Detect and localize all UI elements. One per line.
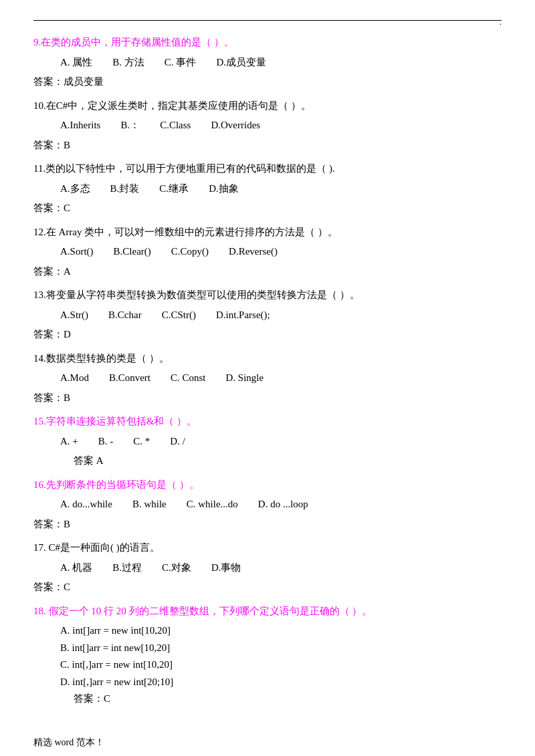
option-q9-3: D.成员变量: [216, 54, 266, 72]
answer-q13: 答案：D: [33, 326, 502, 344]
question-title-q15: 15.字符串连接运算符包括&和（ ）。: [33, 413, 502, 430]
option-q10-1: B.：: [120, 117, 140, 134]
option-q16-2: C. while...do: [187, 496, 238, 513]
question-title-q11: 11.类的以下特性中，可以用于方便地重用已有的代码和数据的是（ ).: [33, 160, 502, 178]
option-q13-2: C.CStr(): [162, 307, 196, 324]
answer-q15: 答案 A: [74, 453, 502, 470]
option-q11-1: B.封装: [110, 180, 140, 198]
option-q11-3: D.抽象: [209, 180, 239, 198]
dot-marker: .: [500, 15, 502, 29]
option-q12-3: D.Reverse(): [229, 243, 278, 261]
option-q16-1: B. while: [132, 496, 167, 513]
options-q14: A.ModB.ConvertC. ConstD. Single: [60, 370, 502, 387]
option-q14-2: C. Const: [171, 370, 206, 387]
question-q12: 12.在 Array 类中，可以对一维数组中的元素进行排序的方法是（ ）。A.S…: [33, 224, 502, 281]
options-q10: A.InheritsB.：C.ClassD.Overrides: [60, 117, 502, 134]
option-q11-0: A.多态: [60, 180, 90, 198]
options-q12: A.Sort()B.Clear()C.Copy()D.Reverse(): [60, 243, 502, 261]
answer-q10: 答案：B: [33, 137, 502, 154]
option-q10-0: A.Inherits: [60, 117, 100, 134]
question-q10: 10.在C#中，定义派生类时，指定其基类应使用的语句是（ ）。A.Inherit…: [33, 98, 502, 154]
question-q16: 16.先判断条件的当循环语句是（ ）。A. do...whileB. while…: [33, 477, 502, 533]
question-q18: 18. 假定一个 10 行 20 列的二维整型数组，下列哪个定义语句是正确的（ …: [33, 603, 502, 708]
answer-q12: 答案：A: [33, 263, 502, 281]
question-q9: 9.在类的成员中，用于存储属性值的是（ ）。A. 属性B. 方法C. 事件D.成…: [33, 34, 502, 91]
option-q15-1: B. -: [98, 433, 114, 451]
question-q11: 11.类的以下特性中，可以用于方便地重用已有的代码和数据的是（ ).A.多态B.…: [33, 160, 502, 217]
option-q17-3: D.事物: [211, 559, 241, 577]
question-title-q10: 10.在C#中，定义派生类时，指定其基类应使用的语句是（ ）。: [33, 98, 502, 115]
option-q9-2: C. 事件: [165, 54, 197, 72]
option-q15-3: D. /: [170, 433, 185, 451]
option-q15-0: A. +: [60, 433, 78, 451]
question-title-q14: 14.数据类型转换的类是（ ）。: [33, 350, 502, 368]
option-block-q18-1: B. int[]arr = int new[10,20]: [60, 640, 502, 657]
option-q14-3: D. Single: [226, 370, 264, 387]
question-title-q9: 9.在类的成员中，用于存储属性值的是（ ）。: [33, 34, 502, 51]
option-q11-2: C.继承: [159, 180, 189, 198]
option-block-q18-0: A. int[]arr = new int[10,20]: [60, 622, 502, 640]
footer: 精选 word 范本！: [33, 735, 502, 751]
option-q10-3: D.Overrides: [211, 117, 260, 134]
option-q13-0: A.Str(): [60, 307, 88, 324]
question-q14: 14.数据类型转换的类是（ ）。A.ModB.ConvertC. ConstD.…: [33, 350, 502, 407]
options-q17: A. 机器B.过程C.对象D.事物: [60, 559, 502, 577]
option-q13-1: B.Cchar: [108, 307, 142, 324]
answer-q14: 答案：B: [33, 390, 502, 407]
answer-q17: 答案：C: [33, 579, 502, 596]
questions-container: 9.在类的成员中，用于存储属性值的是（ ）。A. 属性B. 方法C. 事件D.成…: [33, 34, 502, 708]
option-q9-1: B. 方法: [112, 54, 144, 72]
option-q12-2: C.Copy(): [171, 243, 209, 261]
option-q12-1: B.Clear(): [114, 243, 151, 261]
option-q10-2: C.Class: [160, 117, 191, 134]
options-q13: A.Str()B.CcharC.CStr()D.int.Parse();: [60, 307, 502, 324]
question-q17: 17. C#是一种面向( )的语言。A. 机器B.过程C.对象D.事物答案：C: [33, 539, 502, 596]
options-q9: A. 属性B. 方法C. 事件D.成员变量: [60, 54, 502, 72]
options-q15: A. +B. -C. *D. /: [60, 433, 502, 451]
option-q17-1: B.过程: [112, 559, 142, 577]
answer-q9: 答案：成员变量: [33, 74, 502, 91]
answer-q16: 答案：B: [33, 516, 502, 533]
answer-q18: 答案：C: [74, 690, 502, 708]
question-title-q17: 17. C#是一种面向( )的语言。: [33, 539, 502, 557]
options-q11: A.多态B.封装C.继承D.抽象: [60, 180, 502, 198]
options-q16: A. do...whileB. whileC. while...doD. do …: [60, 496, 502, 513]
option-block-q18-2: C. int[,]arr = new int[10,20]: [60, 656, 502, 674]
question-title-q12: 12.在 Array 类中，可以对一维数组中的元素进行排序的方法是（ ）。: [33, 224, 502, 241]
option-q17-0: A. 机器: [60, 559, 92, 577]
answer-q11: 答案：C: [33, 200, 502, 217]
option-q9-0: A. 属性: [60, 54, 92, 72]
option-q14-0: A.Mod: [60, 370, 89, 387]
option-q13-3: D.int.Parse();: [216, 307, 270, 324]
top-divider: .: [33, 20, 502, 21]
option-q14-1: B.Convert: [109, 370, 150, 387]
question-q15: 15.字符串连接运算符包括&和（ ）。A. +B. -C. *D. /答案 A: [33, 413, 502, 470]
option-q16-0: A. do...while: [60, 496, 112, 513]
option-q12-0: A.Sort(): [60, 243, 94, 261]
question-q13: 13.将变量从字符串类型转换为数值类型可以使用的类型转换方法是（ ）。A.Str…: [33, 287, 502, 344]
option-q15-2: C. *: [133, 433, 150, 451]
option-q17-2: C.对象: [162, 559, 191, 577]
option-q16-3: D. do ...loop: [258, 496, 308, 513]
question-title-q18: 18. 假定一个 10 行 20 列的二维整型数组，下列哪个定义语句是正确的（ …: [33, 603, 502, 620]
question-title-q16: 16.先判断条件的当循环语句是（ ）。: [33, 477, 502, 494]
option-block-q18-3: D. int[,]arr = new int[20;10]: [60, 674, 502, 691]
question-title-q13: 13.将变量从字符串类型转换为数值类型可以使用的类型转换方法是（ ）。: [33, 287, 502, 304]
